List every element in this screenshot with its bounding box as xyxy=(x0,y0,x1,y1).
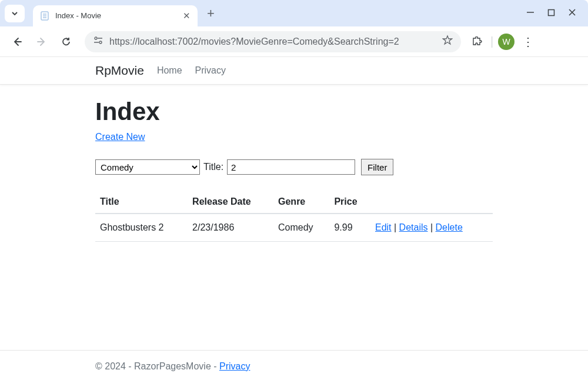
search-form: Comedy Title: Filter xyxy=(95,159,493,175)
minimize-icon[interactable] xyxy=(526,8,534,18)
brand-link[interactable]: RpMovie xyxy=(95,64,144,78)
address-bar[interactable]: https://localhost:7002/movies?MovieGenre… xyxy=(85,31,461,52)
th-genre: Genre xyxy=(273,191,329,214)
svg-point-10 xyxy=(99,41,102,44)
footer-privacy-link[interactable]: Privacy xyxy=(219,361,250,371)
page-footer: © 2024 - RazorPagesMovie - Privacy xyxy=(0,350,588,372)
svg-point-8 xyxy=(95,37,97,39)
site-settings-icon[interactable] xyxy=(93,36,103,47)
cell-price: 9.99 xyxy=(329,214,370,242)
bookmark-star-icon[interactable] xyxy=(442,35,453,48)
cell-actions: Edit | Details | Delete xyxy=(370,214,493,242)
url-text: https://localhost:7002/movies?MovieGenre… xyxy=(109,36,436,47)
details-link[interactable]: Details xyxy=(399,222,428,232)
toolbar-divider: | xyxy=(490,35,493,48)
chevron-down-icon xyxy=(11,10,18,17)
nav-privacy-link[interactable]: Privacy xyxy=(195,65,226,76)
title-input[interactable] xyxy=(227,159,355,175)
cell-title: Ghostbusters 2 xyxy=(95,214,188,242)
tab-title: Index - Movie xyxy=(55,11,177,20)
edit-link[interactable]: Edit xyxy=(375,222,392,232)
svg-rect-5 xyxy=(549,10,554,16)
site-navbar: RpMovie Home Privacy xyxy=(0,57,588,85)
browser-toolbar: https://localhost:7002/movies?MovieGenre… xyxy=(0,26,588,57)
th-title: Title xyxy=(95,191,188,214)
tab-close-icon[interactable]: ✕ xyxy=(183,11,191,21)
new-tab-button[interactable]: + xyxy=(207,6,215,21)
nav-home-link[interactable]: Home xyxy=(157,65,182,76)
delete-link[interactable]: Delete xyxy=(436,222,463,232)
page-heading: Index xyxy=(95,98,493,126)
cell-release-date: 2/23/1986 xyxy=(188,214,273,242)
movies-table: Title Release Date Genre Price Ghostbust… xyxy=(95,191,493,242)
browser-tab[interactable]: Index - Movie ✕ xyxy=(33,5,198,26)
footer-text: © 2024 - RazorPagesMovie - xyxy=(95,361,219,371)
profile-avatar[interactable]: W xyxy=(498,34,514,50)
cell-genre: Comedy xyxy=(273,214,329,242)
page-content: RpMovie Home Privacy Index Create New Co… xyxy=(0,57,588,242)
forward-button[interactable] xyxy=(32,32,52,52)
browser-menu-icon[interactable]: ⋮ xyxy=(519,35,537,49)
maximize-icon[interactable] xyxy=(547,8,555,18)
th-price: Price xyxy=(329,191,370,214)
th-release-date: Release Date xyxy=(188,191,273,214)
window-controls xyxy=(526,8,583,18)
close-window-icon[interactable] xyxy=(568,8,576,18)
reload-button[interactable] xyxy=(56,32,76,52)
title-label: Title: xyxy=(203,162,223,172)
filter-button[interactable]: Filter xyxy=(361,159,393,175)
th-actions xyxy=(370,191,493,214)
browser-tab-strip: Index - Movie ✕ + xyxy=(0,0,588,26)
table-row: Ghostbusters 2 2/23/1986 Comedy 9.99 Edi… xyxy=(95,214,493,242)
back-button[interactable] xyxy=(7,32,27,52)
tab-search-button[interactable] xyxy=(5,5,25,22)
extensions-icon[interactable] xyxy=(469,34,486,50)
tab-favicon-icon xyxy=(40,11,49,21)
create-new-link[interactable]: Create New xyxy=(95,132,145,142)
genre-select[interactable]: Comedy xyxy=(95,159,200,175)
